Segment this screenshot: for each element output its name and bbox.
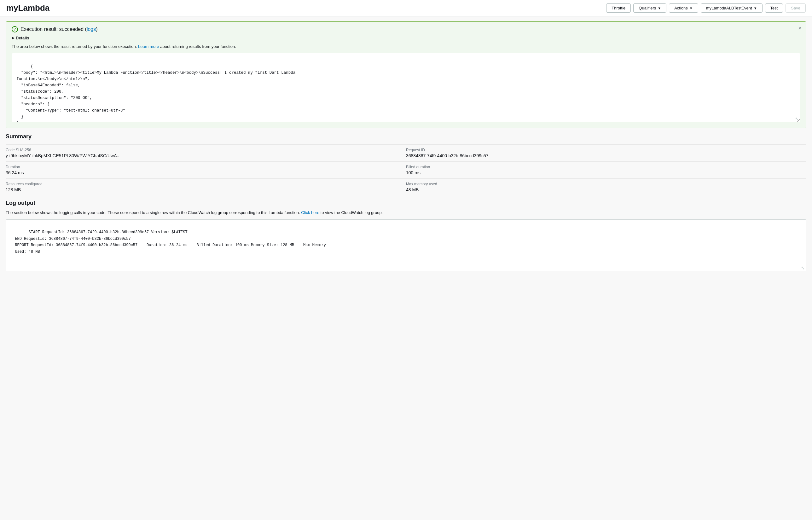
details-toggle[interactable]: ▶ Details [12,35,800,40]
success-icon: ✓ [12,26,18,32]
summary-title: Summary [6,133,806,140]
billed-duration-label: Billed duration [406,165,806,169]
logs-link[interactable]: logs [87,26,96,32]
summary-row-duration: Duration 36.24 ms [6,161,406,178]
details-arrow-icon: ▶ [12,36,14,40]
actions-button[interactable]: Actions ▼ [669,3,698,12]
summary-section: Summary Code SHA-256 y+9bkitxyMY+hkBpMXL… [6,133,806,196]
test-button[interactable]: Test [765,3,783,12]
cloudwatch-link[interactable]: Click here [301,210,319,215]
request-id-label: Request ID [406,148,806,152]
details-label: Details [16,35,29,40]
resources-value: 128 MB [6,187,406,192]
summary-row-max-memory: Max memory used 48 MB [406,178,806,196]
summary-row-request-id: Request ID 36884867-74f9-4400-b32b-86bcc… [406,144,806,161]
test-event-chevron-icon: ▼ [754,6,757,10]
qualifiers-button[interactable]: Qualifiers ▼ [633,3,666,12]
request-id-value: 36884867-74f9-4400-b32b-86bccd399c57 [406,153,806,158]
summary-grid: Code SHA-256 y+9bkitxyMY+hkBpMXLGE51PL80… [6,144,806,196]
duration-label: Duration [6,165,406,169]
resources-label: Resources configured [6,182,406,186]
close-result-button[interactable]: × [798,26,802,31]
duration-value: 36.24 ms [6,170,406,175]
summary-row-resources: Resources configured 128 MB [6,178,406,196]
save-button[interactable]: Save [786,3,806,12]
result-description: The area below shows the result returned… [12,44,800,50]
qualifiers-chevron-icon: ▼ [658,6,661,10]
summary-row-sha: Code SHA-256 y+9bkitxyMY+hkBpMXLGE51PL80… [6,144,406,161]
log-output-section: Log output The section below shows the l… [6,200,806,271]
throttle-button[interactable]: Throttle [606,3,631,12]
main-content: ✓ Execution result: succeeded (logs) × ▶… [0,21,812,271]
billed-duration-value: 100 ms [406,170,806,175]
result-status-text: Execution result: succeeded (logs) [21,26,98,32]
actions-chevron-icon: ▼ [689,6,693,10]
log-output-title: Log output [6,200,806,206]
summary-row-billed-duration: Billed duration 100 ms [406,161,806,178]
learn-more-link[interactable]: Learn more [138,44,159,49]
result-code-block[interactable]: { "body": "<html>\n<header><title>My Lam… [12,53,800,122]
result-header: ✓ Execution result: succeeded (logs) [12,26,800,32]
sha-value: y+9bkitxyMY+hkBpMXLGE51PL80W/PWlYGhatSC/… [6,153,406,158]
page-header: myLambda Throttle Qualifiers ▼ Actions ▼… [0,0,812,17]
resize-handle-icon: ⤡ [795,117,799,121]
execution-result-panel: ✓ Execution result: succeeded (logs) × ▶… [6,21,806,128]
sha-label: Code SHA-256 [6,148,406,152]
max-memory-value: 48 MB [406,187,806,192]
header-actions: Throttle Qualifiers ▼ Actions ▼ myLambda… [606,3,806,12]
log-resize-handle-icon: ⤡ [801,266,805,270]
log-code-block[interactable]: START RequestId: 36884867-74f9-4400-b32b… [6,219,806,271]
app-title: myLambda [6,3,603,13]
max-memory-label: Max memory used [406,182,806,186]
test-event-selector[interactable]: myLambdaALBTestEvent ▼ [701,3,762,12]
log-description: The section below shows the logging call… [6,210,806,216]
